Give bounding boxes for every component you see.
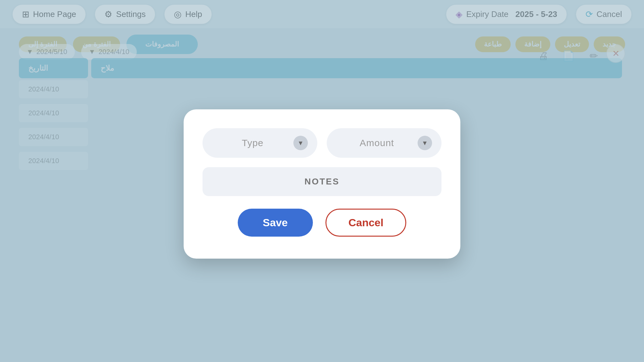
type-dropdown-label: Type — [212, 138, 293, 148]
cancel-button[interactable]: Cancel — [325, 209, 407, 237]
save-button[interactable]: Save — [238, 209, 313, 237]
modal-dialog: Type ▼ Amount ▼ Save Cancel — [184, 109, 460, 259]
notes-input[interactable] — [203, 167, 441, 196]
type-dropdown-arrow: ▼ — [293, 136, 308, 150]
modal-dropdowns-row: Type ▼ Amount ▼ — [203, 128, 441, 158]
amount-dropdown-label: Amount — [336, 138, 418, 148]
amount-dropdown-arrow: ▼ — [418, 136, 432, 150]
amount-dropdown[interactable]: Amount ▼ — [327, 128, 441, 158]
modal-actions: Save Cancel — [203, 209, 441, 237]
type-dropdown[interactable]: Type ▼ — [203, 128, 317, 158]
